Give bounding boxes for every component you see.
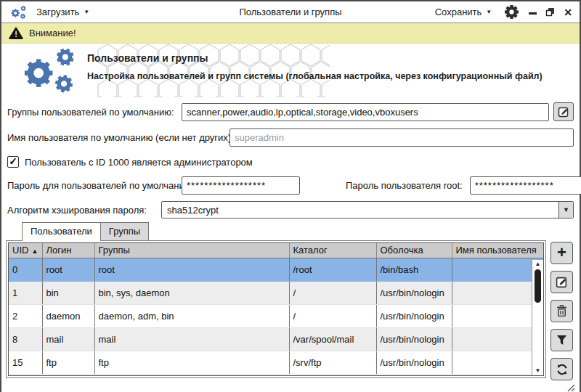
cell-shell: /usr/bin/nologin bbox=[376, 281, 452, 304]
default-password-label: Пароль для пользователей по умолчанию: bbox=[7, 180, 182, 191]
chevron-down-icon: ▼ bbox=[486, 9, 492, 15]
users-table-pane: UID▲ Логин Группы Каталог Оболочка Имя п… bbox=[6, 240, 546, 378]
tab-bar: Пользователи Группы bbox=[22, 222, 574, 240]
gears-logo-icon bbox=[9, 5, 28, 20]
plus-icon: + bbox=[557, 245, 566, 261]
delete-user-button[interactable] bbox=[550, 300, 573, 322]
cell-uid: 1 bbox=[9, 281, 42, 304]
scroll-up-icon[interactable]: ▲ bbox=[535, 261, 541, 267]
column-header-groups[interactable]: Группы bbox=[94, 243, 289, 258]
title-bar: Загрузить ▼ Пользователи и группы Сохран… bbox=[1, 1, 580, 23]
page-header: Пользователи и группы Настройка пользова… bbox=[1, 44, 580, 97]
table-row[interactable]: 0 root root /root /bin/bash bbox=[9, 258, 543, 281]
column-header-dir[interactable]: Каталог bbox=[289, 243, 376, 258]
cell-dir: /srv/ftp bbox=[289, 351, 376, 374]
filter-funnel-icon bbox=[556, 335, 567, 346]
users-table: UID▲ Логин Группы Каталог Оболочка Имя п… bbox=[9, 243, 543, 375]
column-header-login[interactable]: Логин bbox=[42, 243, 94, 258]
default-username-label: Имя пользователя по умолчанию (если нет … bbox=[7, 132, 229, 143]
cell-shell: /usr/bin/nologin bbox=[376, 351, 452, 374]
add-user-button[interactable]: + bbox=[550, 242, 573, 264]
edit-groups-button[interactable] bbox=[553, 102, 574, 121]
hash-algorithm-label: Алгоритм хэширования пароля: bbox=[7, 205, 161, 216]
dropdown-arrow-icon: ▼ bbox=[558, 202, 573, 218]
settings-gear-icon[interactable] bbox=[505, 5, 519, 19]
table-body: 0 root root /root /bin/bash 1 bin bin, s… bbox=[9, 258, 543, 374]
table-row[interactable]: 2 daemon daemon, adm, bin / /usr/bin/nol… bbox=[9, 304, 543, 327]
warning-banner: ! Внимание! bbox=[1, 23, 580, 44]
cell-dir: /var/spool/mail bbox=[289, 327, 376, 351]
main-area: UID▲ Логин Группы Каталог Оболочка Имя п… bbox=[1, 240, 580, 380]
page-subtitle: Настройка пользователей и групп системы … bbox=[87, 71, 543, 81]
table-row[interactable]: 15 ftp ftp /srv/ftp /usr/bin/nologin bbox=[9, 351, 543, 374]
cell-fullname bbox=[452, 327, 543, 351]
cell-dir: /root bbox=[289, 258, 376, 281]
cell-uid: 0 bbox=[9, 258, 42, 281]
default-groups-label: Группы пользователей по умолчанию: bbox=[7, 107, 182, 118]
column-header-fullname[interactable]: Имя пользователя bbox=[452, 243, 543, 258]
warning-icon: ! bbox=[9, 27, 23, 40]
scroll-thumb[interactable] bbox=[535, 269, 541, 303]
column-header-shell[interactable]: Оболочка bbox=[376, 243, 452, 258]
hash-algorithm-value: sha512crypt bbox=[162, 205, 558, 216]
cell-groups: mail bbox=[94, 327, 289, 351]
cell-login: ftp bbox=[42, 351, 94, 374]
table-toolbar: + bbox=[550, 240, 577, 380]
sort-asc-icon: ▲ bbox=[31, 248, 38, 255]
cell-login: mail bbox=[42, 327, 94, 351]
load-button[interactable]: Загрузить ▼ bbox=[33, 5, 92, 19]
cell-login: bin bbox=[42, 281, 94, 304]
tab-groups[interactable]: Группы bbox=[101, 222, 149, 240]
root-password-input[interactable] bbox=[470, 176, 581, 195]
refresh-button[interactable] bbox=[550, 358, 573, 380]
trash-icon bbox=[556, 305, 567, 317]
chevron-down-icon: ▼ bbox=[84, 9, 89, 15]
cell-uid: 2 bbox=[9, 304, 42, 327]
page-title: Пользователи и группы bbox=[87, 52, 208, 64]
cell-shell: /bin/bash bbox=[376, 258, 452, 281]
cell-shell: /usr/bin/nologin bbox=[376, 304, 452, 327]
edit-pencil-icon bbox=[558, 106, 569, 118]
restore-icon[interactable] bbox=[545, 7, 555, 17]
table-row[interactable]: 8 mail mail /var/spool/mail /usr/bin/nol… bbox=[9, 327, 543, 351]
load-button-label: Загрузить bbox=[36, 7, 79, 17]
root-password-label: Пароль пользователя root: bbox=[346, 180, 463, 191]
default-groups-input[interactable] bbox=[182, 103, 549, 121]
checkmark-icon: ✓ bbox=[9, 156, 17, 166]
resize-grip-icon[interactable] bbox=[566, 383, 575, 392]
close-icon[interactable]: ✕ bbox=[564, 7, 572, 17]
cell-login: daemon bbox=[42, 304, 94, 327]
edit-pencil-icon bbox=[556, 276, 568, 288]
svg-text:!: ! bbox=[15, 30, 17, 38]
cell-shell: /usr/bin/nologin bbox=[376, 327, 452, 351]
cell-groups: ftp bbox=[94, 351, 289, 374]
app-window: Загрузить ▼ Пользователи и группы Сохран… bbox=[0, 0, 581, 392]
app-gears-icon bbox=[15, 46, 81, 94]
hash-algorithm-select[interactable]: sha512crypt ▼ bbox=[161, 201, 574, 219]
filter-button[interactable] bbox=[550, 329, 573, 351]
table-row[interactable]: 1 bin bin, sys, daemon / /usr/bin/nologi… bbox=[9, 281, 543, 304]
cell-dir: / bbox=[289, 304, 376, 327]
default-username-input[interactable] bbox=[229, 128, 574, 147]
tab-users[interactable]: Пользователи bbox=[22, 222, 101, 241]
admin-checkbox-label: Пользователь с ID 1000 является админист… bbox=[25, 157, 253, 168]
cell-fullname bbox=[452, 281, 543, 304]
cell-fullname bbox=[452, 351, 543, 374]
table-scrollbar[interactable]: ▲ ▼ bbox=[532, 260, 543, 375]
minimize-icon[interactable] bbox=[529, 12, 537, 15]
cell-groups: daemon, adm, bin bbox=[94, 304, 289, 327]
column-header-uid[interactable]: UID▲ bbox=[9, 243, 42, 258]
default-password-input[interactable] bbox=[182, 176, 300, 195]
save-button[interactable]: Сохранить ▼ bbox=[432, 5, 495, 19]
cell-fullname bbox=[452, 304, 543, 327]
status-bar bbox=[1, 380, 580, 392]
cell-groups: bin, sys, daemon bbox=[94, 281, 289, 304]
edit-user-button[interactable] bbox=[550, 271, 573, 293]
cell-groups: root bbox=[94, 258, 289, 281]
cell-uid: 15 bbox=[9, 351, 42, 374]
settings-form: Группы пользователей по умолчанию: Имя п… bbox=[1, 97, 580, 240]
scroll-down-icon[interactable]: ▼ bbox=[535, 368, 541, 374]
refresh-icon bbox=[556, 364, 568, 375]
admin-checkbox[interactable]: ✓ bbox=[7, 156, 19, 168]
banner-text: Внимание! bbox=[29, 28, 76, 38]
